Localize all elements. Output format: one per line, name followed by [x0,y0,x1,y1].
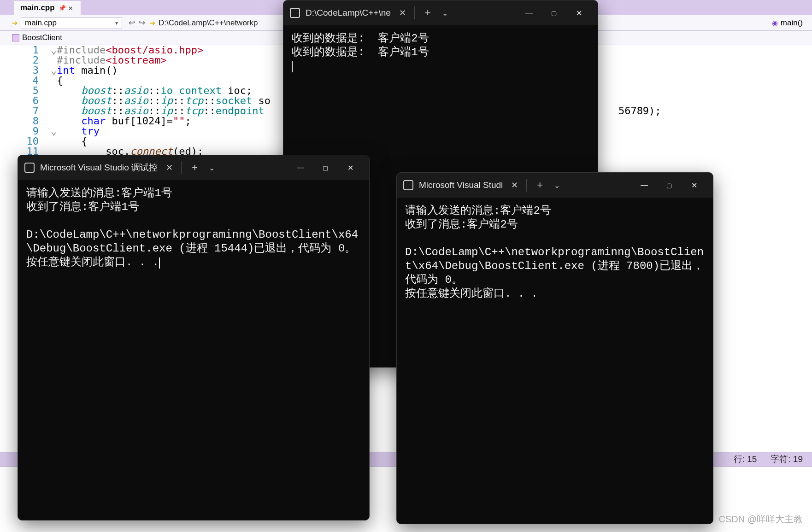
tab-close-icon[interactable]: ✕ [395,6,410,20]
status-line: 行: 15 [734,453,757,465]
terminal-icon [290,8,300,18]
maximize-button[interactable] [657,181,682,189]
terminal-output[interactable]: 请输入发送的消息:客户端2号 收到了消息:客户端2号 D:\CodeLamp\C… [397,198,713,307]
terminal-window-client1[interactable]: Microsoft Visual Studio 调试控 ✕ + ⌄ 请输入发送的… [18,155,370,520]
minimize-button[interactable] [517,9,541,17]
tab-main-cpp[interactable]: main.cpp 📌 × [14,1,81,15]
new-tab-button[interactable]: + [186,160,203,175]
project-name: BoostClient [22,33,62,42]
terminal-output[interactable]: 请输入发送的消息:客户端1号 收到了消息:客户端1号 D:\CodeLamp\C… [18,180,369,276]
minimize-button[interactable] [288,164,313,172]
terminal-icon [24,163,35,173]
close-button[interactable] [566,9,591,18]
maximize-button[interactable] [313,164,338,172]
tab-close-icon[interactable]: ✕ [162,161,177,175]
arrow-icon: ➔ [12,19,18,27]
chevron-down-icon: ▾ [115,20,118,26]
titlebar[interactable]: Microsoft Visual Studio 调试控 ✕ + ⌄ [18,155,369,180]
window-title: Microsoft Visual Studi [419,180,503,190]
terminal-icon [403,180,413,190]
titlebar[interactable]: Microsoft Visual Studi ✕ + ⌄ [397,173,713,198]
close-icon[interactable]: × [69,4,73,12]
tab-close-icon[interactable]: ✕ [507,178,522,192]
arrow-icon: ➔ [150,19,156,27]
separator [414,6,415,19]
chevron-down-icon[interactable]: ⌄ [203,162,220,174]
minimize-button[interactable] [632,181,657,189]
new-tab-button[interactable]: + [419,5,436,21]
tab-label: main.cpp [20,3,55,12]
maximize-button[interactable] [541,9,566,17]
scope-dropdown[interactable]: ◉ main() [772,18,803,28]
pin-icon[interactable]: 📌 [59,5,66,12]
terminal-output[interactable]: 收到的数据是: 客户端2号 收到的数据是: 客户端1号 [283,25,598,80]
window-title: D:\CodeLamp\C++\ne [306,8,391,18]
caret-icon [159,257,160,269]
window-title: Microsoft Visual Studio 调试控 [40,162,158,174]
scope-label: main() [781,18,803,28]
project-icon [12,34,19,41]
chevron-down-icon[interactable]: ⌄ [436,7,453,19]
close-button[interactable] [682,181,706,190]
terminal-window-client2[interactable]: Microsoft Visual Studi ✕ + ⌄ 请输入发送的消息:客户… [396,172,713,524]
separator [181,161,182,174]
file-dropdown[interactable]: main.cpp ▾ [21,17,122,29]
status-column: 字符: 19 [771,453,803,465]
separator [526,179,527,192]
cube-icon: ◉ [772,19,778,27]
close-button[interactable] [338,164,363,172]
history-back-icon[interactable]: ↩ [129,18,135,28]
titlebar[interactable]: D:\CodeLamp\C++\ne ✕ + ⌄ [283,0,598,25]
file-name: main.cpp [25,18,57,28]
chevron-down-icon[interactable]: ⌄ [548,179,565,192]
new-tab-button[interactable]: + [531,177,548,193]
caret-icon [292,61,293,72]
history-fwd-icon[interactable]: ↪ [139,18,145,28]
watermark: CSDN @咩咩大主教 [718,513,803,526]
